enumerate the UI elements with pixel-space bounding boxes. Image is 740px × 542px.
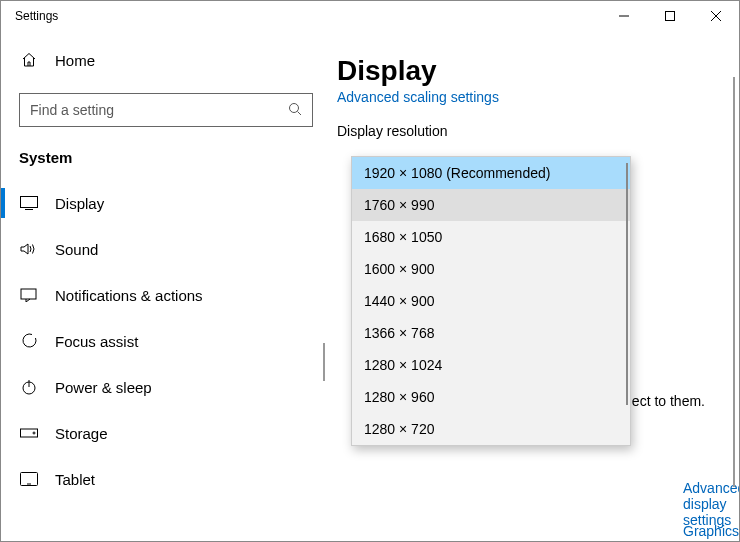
dropdown-option[interactable]: 1280 × 960 xyxy=(352,381,630,413)
nav-item-power-sleep[interactable]: Power & sleep xyxy=(1,364,331,410)
nav-label: Notifications & actions xyxy=(55,287,203,304)
minimize-button[interactable] xyxy=(601,1,647,31)
notifications-icon xyxy=(19,288,39,302)
focus-assist-icon xyxy=(19,333,39,349)
sound-icon xyxy=(19,242,39,256)
sidebar: Home Find a setting System Display xyxy=(1,33,331,541)
page-title: Display xyxy=(337,55,731,87)
advanced-display-link[interactable]: Advanced display settings xyxy=(683,480,740,528)
nav-label: Tablet xyxy=(55,471,95,488)
dropdown-option[interactable]: 1920 × 1080 (Recommended) xyxy=(352,157,630,189)
storage-icon xyxy=(19,427,39,439)
dropdown-scrollbar[interactable] xyxy=(626,163,628,405)
nav-item-storage[interactable]: Storage xyxy=(1,410,331,456)
home-label: Home xyxy=(55,52,95,69)
nav-item-display[interactable]: Display xyxy=(1,180,331,226)
svg-rect-1 xyxy=(666,12,675,21)
dropdown-option[interactable]: 1280 × 1024 xyxy=(352,349,630,381)
nav-label: Storage xyxy=(55,425,108,442)
home-icon xyxy=(19,52,39,68)
window-controls xyxy=(601,1,739,31)
maximize-button[interactable] xyxy=(647,1,693,31)
truncated-text: ect to them. xyxy=(632,393,705,409)
advanced-scaling-link[interactable]: Advanced scaling settings xyxy=(337,89,499,105)
home-button[interactable]: Home xyxy=(1,39,331,81)
dropdown-option[interactable]: 1680 × 1050 xyxy=(352,221,630,253)
nav-label: Focus assist xyxy=(55,333,138,350)
nav-item-focus-assist[interactable]: Focus assist xyxy=(1,318,331,364)
dropdown-option[interactable]: 1280 × 720 xyxy=(352,413,630,445)
window-title: Settings xyxy=(15,1,58,23)
nav-item-tablet[interactable]: Tablet xyxy=(1,456,331,502)
search-input[interactable]: Find a setting xyxy=(19,93,313,127)
main-scrollbar[interactable] xyxy=(733,77,735,487)
category-label: System xyxy=(1,127,331,180)
nav-label: Display xyxy=(55,195,104,212)
svg-rect-6 xyxy=(21,197,38,208)
nav-list: Display Sound Notifications & actions Fo… xyxy=(1,180,331,502)
svg-point-4 xyxy=(290,103,299,112)
nav-label: Power & sleep xyxy=(55,379,152,396)
dropdown-option[interactable]: 1440 × 900 xyxy=(352,285,630,317)
nav-item-notifications[interactable]: Notifications & actions xyxy=(1,272,331,318)
dropdown-option[interactable]: 1600 × 900 xyxy=(352,253,630,285)
nav-label: Sound xyxy=(55,241,98,258)
dropdown-option[interactable]: 1760 × 990 xyxy=(352,189,630,221)
graphics-settings-link[interactable]: Graphics settings xyxy=(683,523,739,542)
svg-rect-8 xyxy=(21,289,36,299)
display-icon xyxy=(19,196,39,210)
svg-point-12 xyxy=(33,432,35,434)
search-icon xyxy=(288,102,302,119)
resolution-dropdown[interactable]: 1920 × 1080 (Recommended) 1760 × 990 168… xyxy=(351,156,631,446)
power-icon xyxy=(19,379,39,395)
svg-line-5 xyxy=(298,111,302,115)
nav-item-sound[interactable]: Sound xyxy=(1,226,331,272)
tablet-icon xyxy=(19,472,39,486)
titlebar: Settings xyxy=(1,1,739,33)
dropdown-option[interactable]: 1366 × 768 xyxy=(352,317,630,349)
sidebar-scrollbar[interactable] xyxy=(323,343,325,381)
search-placeholder: Find a setting xyxy=(30,102,114,118)
close-button[interactable] xyxy=(693,1,739,31)
resolution-label: Display resolution xyxy=(337,123,731,139)
